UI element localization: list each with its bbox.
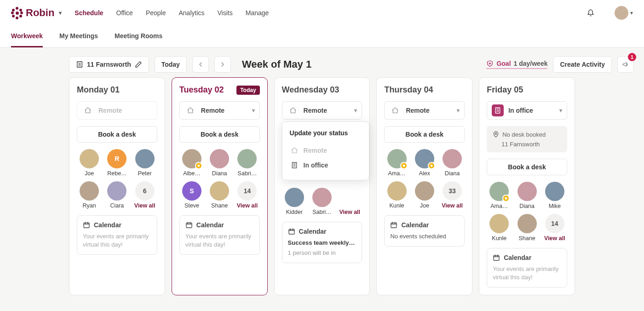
top-nav: Robin ▾ ScheduleOfficePeopleAnalyticsVis…: [0, 0, 644, 26]
person[interactable]: Diana: [207, 149, 232, 177]
person-name: Diana: [212, 170, 227, 177]
svg-point-7: [495, 133, 497, 134]
avatar: [312, 188, 332, 207]
avatar: ★: [387, 149, 407, 168]
chevron-down-icon: ▾: [630, 10, 633, 16]
person-name: Kidder: [286, 209, 303, 215]
chevron-down-icon: ▾: [559, 107, 562, 114]
person-name: Rebe…: [107, 170, 126, 177]
person[interactable]: Kidder: [282, 188, 307, 215]
book-desk-button[interactable]: Book a desk: [487, 159, 567, 175]
day-title: Tuesday 02: [179, 85, 224, 95]
avatar: [210, 181, 229, 201]
book-desk-button[interactable]: Book a desk: [77, 126, 157, 143]
person[interactable]: Mike: [542, 182, 567, 209]
calendar-card[interactable]: CalendarYour events are primarily virtua…: [487, 248, 567, 288]
brand-name: Robin: [26, 7, 54, 19]
book-desk-button[interactable]: Book a desk: [179, 126, 260, 143]
day-card-thu: Thursday 04Remote▾Book a desk★Ama…★AlexD…: [376, 77, 472, 295]
status-select[interactable]: Remote: [77, 101, 157, 120]
favorite-star-icon: ★: [502, 195, 510, 202]
calendar-card[interactable]: CalendarNo events scheduled: [384, 215, 465, 247]
notifications-button[interactable]: [587, 9, 594, 17]
tab-my-meetings[interactable]: My Meetings: [59, 26, 98, 47]
person[interactable]: Sabri…: [310, 188, 334, 215]
person[interactable]: Joe: [77, 149, 102, 177]
megaphone-icon: [622, 61, 629, 68]
brand-logo[interactable]: Robin ▾: [11, 7, 62, 19]
book-desk-button[interactable]: Book a desk: [384, 126, 465, 143]
person[interactable]: Kunle: [487, 214, 512, 242]
people-grid: ★Ama…★AlexDianaKunleJoe33View all: [384, 149, 465, 209]
announcements-button[interactable]: 1: [617, 56, 634, 73]
avatar: [237, 149, 257, 168]
day-card-wed: Wednesday 03Remote▾Update your statusRem…: [274, 77, 370, 295]
nav-item-manage[interactable]: Manage: [246, 9, 269, 17]
nav-item-people[interactable]: People: [146, 9, 166, 17]
person-name: Shane: [211, 202, 228, 209]
calendar-card[interactable]: CalendarYour events are primarily virtua…: [179, 215, 260, 255]
status-option-in-office[interactable]: In office: [290, 158, 362, 173]
day-title: Wednesday 03: [282, 85, 339, 95]
view-all-people[interactable]: View all: [337, 188, 362, 215]
create-activity-button[interactable]: Create Activity: [553, 56, 612, 73]
status-popover: Update your statusRemoteIn office: [282, 121, 369, 180]
person[interactable]: Sabri…: [235, 149, 259, 177]
status-select[interactable]: In office▾: [487, 101, 567, 120]
svg-rect-1: [84, 223, 89, 228]
person[interactable]: Kunle: [384, 181, 409, 209]
view-all-people[interactable]: 14View all: [235, 181, 259, 209]
tab-meeting-rooms[interactable]: Meeting Rooms: [115, 26, 162, 47]
status-select[interactable]: Remote▾: [179, 101, 260, 120]
prev-week-button[interactable]: [192, 56, 209, 73]
person[interactable]: SSteve: [179, 181, 204, 209]
day-title: Monday 01: [77, 85, 120, 95]
avatar: [518, 182, 537, 201]
person-name: Sabri…: [238, 170, 257, 177]
person[interactable]: Diana: [514, 182, 539, 209]
status-option-remote[interactable]: Remote: [290, 143, 362, 158]
calendar-heading: Calendar: [493, 254, 561, 261]
user-menu[interactable]: ▾: [607, 6, 633, 20]
nav-item-schedule[interactable]: Schedule: [75, 9, 103, 17]
nav-item-visits[interactable]: Visits: [218, 9, 233, 17]
status-select[interactable]: Remote▾: [384, 101, 465, 120]
popover-title: Update your status: [290, 129, 362, 137]
svg-rect-8: [494, 255, 499, 260]
person[interactable]: Ryan: [77, 181, 102, 209]
person[interactable]: Joe: [412, 181, 437, 209]
goal-link[interactable]: Goal 1 day/week: [486, 60, 547, 69]
person-name: Diana: [445, 170, 460, 177]
person[interactable]: Ciara: [104, 181, 129, 209]
view-all-people[interactable]: 14View all: [542, 214, 567, 242]
person[interactable]: Peter: [132, 149, 157, 177]
today-button[interactable]: Today: [155, 56, 187, 73]
avatar: S: [182, 181, 201, 201]
person[interactable]: ★Alex: [412, 149, 437, 177]
person-name: Albe…: [183, 170, 201, 177]
view-all-people[interactable]: 33View all: [440, 181, 465, 209]
nav-item-analytics[interactable]: Analytics: [178, 9, 204, 17]
calendar-card[interactable]: CalendarSuccess team weekly…1 person wil…: [282, 222, 362, 263]
location-picker[interactable]: 11 Farnsworth: [69, 56, 149, 73]
status-select[interactable]: Remote▾: [282, 101, 362, 120]
person[interactable]: RRebe…: [104, 149, 129, 177]
person[interactable]: Shane: [514, 214, 539, 242]
person[interactable]: ★Ama…: [384, 149, 409, 177]
logo-mark-icon: [11, 7, 23, 19]
calendar-card[interactable]: CalendarYour events are primarily virtua…: [77, 215, 157, 255]
view-all-people[interactable]: 6View all: [132, 181, 157, 209]
nav-item-office[interactable]: Office: [116, 9, 133, 17]
avatar: [518, 214, 537, 233]
person[interactable]: ★Albe…: [179, 149, 204, 177]
person-name: Mike: [549, 203, 561, 209]
person-name: Ciara: [110, 202, 124, 209]
svg-rect-4: [289, 229, 294, 234]
tab-workweek[interactable]: Workweek: [11, 26, 43, 47]
person[interactable]: Shane: [207, 181, 232, 209]
person[interactable]: Diana: [440, 149, 465, 177]
person[interactable]: ★Ama…: [487, 182, 512, 209]
avatar: [80, 181, 99, 201]
next-week-button[interactable]: [214, 56, 231, 73]
avatar: [415, 181, 434, 201]
